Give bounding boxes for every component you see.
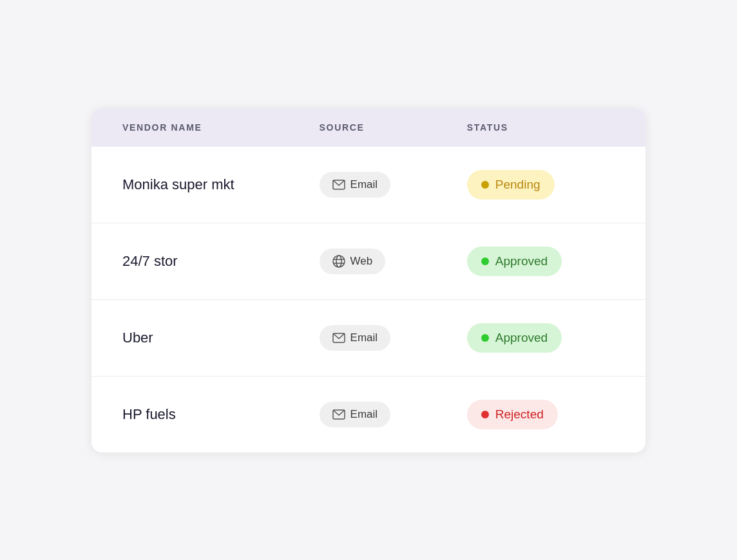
status-label: Approved xyxy=(495,331,548,345)
header-status: STATUS xyxy=(467,122,615,133)
status-label: Pending xyxy=(495,178,541,192)
status-badge: Pending xyxy=(467,170,615,200)
status-dot xyxy=(481,181,489,189)
email-icon xyxy=(332,331,345,344)
email-icon xyxy=(332,178,345,191)
status-label: Rejected xyxy=(495,407,544,422)
vendor-name: HP fuels xyxy=(122,406,320,423)
web-icon xyxy=(332,255,345,268)
status-dot xyxy=(481,411,489,418)
email-icon xyxy=(332,408,345,421)
vendor-table: VENDOR NAME SOURCE STATUS Monika super m… xyxy=(91,108,646,453)
svg-point-1 xyxy=(333,256,345,267)
source-label: Email xyxy=(350,178,378,191)
status-badge: Approved xyxy=(467,247,615,276)
source-label: Email xyxy=(350,331,378,344)
source-badge: Email xyxy=(320,402,467,427)
table-row: 24/7 stor Web Approved xyxy=(91,223,646,300)
vendor-name: Monika super mkt xyxy=(122,176,320,193)
vendor-name: Uber xyxy=(122,330,320,346)
status-label: Approved xyxy=(495,254,548,268)
source-badge: Email xyxy=(320,172,467,198)
table-row: HP fuels Email Rejected xyxy=(91,377,646,453)
table-row: Uber Email Approved xyxy=(91,300,646,377)
status-dot xyxy=(481,257,489,265)
source-label: Web xyxy=(350,255,373,268)
status-dot xyxy=(481,334,489,342)
table-row: Monika super mkt Email Pending xyxy=(91,147,646,223)
source-badge: Email xyxy=(320,325,467,351)
source-badge: Web xyxy=(320,248,467,274)
header-source: SOURCE xyxy=(320,122,467,133)
table-header: VENDOR NAME SOURCE STATUS xyxy=(91,108,646,147)
vendor-name: 24/7 stor xyxy=(122,253,320,270)
status-badge: Rejected xyxy=(467,400,615,429)
svg-point-2 xyxy=(336,256,341,267)
source-label: Email xyxy=(350,408,378,421)
header-vendor: VENDOR NAME xyxy=(122,122,320,133)
status-badge: Approved xyxy=(467,323,615,353)
